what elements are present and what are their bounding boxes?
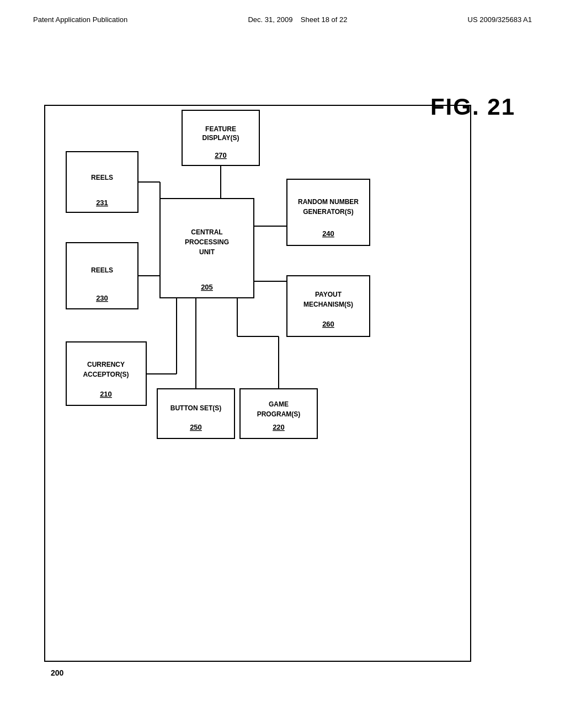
svg-text:220: 220 — [273, 423, 285, 431]
page-header: Patent Application Publication Dec. 31, … — [0, 0, 565, 24]
svg-text:GAME: GAME — [269, 400, 289, 408]
svg-text:231: 231 — [96, 199, 108, 207]
header-left: Patent Application Publication — [33, 15, 127, 24]
svg-text:REELS: REELS — [91, 174, 113, 181]
svg-text:GENERATOR(S): GENERATOR(S) — [303, 208, 354, 216]
svg-text:230: 230 — [96, 294, 108, 302]
svg-text:FEATURE: FEATURE — [205, 125, 236, 133]
header-center: Dec. 31, 2009 Sheet 18 of 22 — [248, 15, 347, 24]
svg-text:210: 210 — [100, 390, 112, 398]
svg-text:PROGRAM(S): PROGRAM(S) — [257, 410, 301, 418]
svg-text:205: 205 — [201, 283, 213, 291]
svg-text:UNIT: UNIT — [199, 248, 215, 256]
svg-text:240: 240 — [322, 229, 334, 238]
svg-text:MECHANISM(S): MECHANISM(S) — [303, 301, 353, 308]
svg-text:BUTTON SET(S): BUTTON SET(S) — [170, 404, 221, 412]
svg-text:260: 260 — [322, 320, 334, 328]
svg-text:CENTRAL: CENTRAL — [191, 228, 222, 236]
svg-text:250: 250 — [190, 423, 202, 431]
header-right: US 2009/325683 A1 — [468, 15, 532, 24]
svg-text:ACCEPTOR(S): ACCEPTOR(S) — [83, 371, 129, 378]
svg-text:REELS: REELS — [91, 266, 113, 274]
diagram-svg: FEATURE DISPLAY(S) 270 REELS 231 REELS 2… — [33, 72, 532, 684]
diagram-area: FIG. 21 200 FEATURE DISPLAY(S) 270 REELS… — [33, 72, 532, 684]
svg-text:PROCESSING: PROCESSING — [185, 238, 229, 246]
svg-text:CURRENCY: CURRENCY — [87, 361, 125, 368]
svg-text:DISPLAY(S): DISPLAY(S) — [202, 134, 239, 142]
svg-text:RANDOM NUMBER: RANDOM NUMBER — [298, 198, 359, 206]
svg-text:PAYOUT: PAYOUT — [315, 291, 342, 298]
svg-text:270: 270 — [215, 151, 227, 159]
